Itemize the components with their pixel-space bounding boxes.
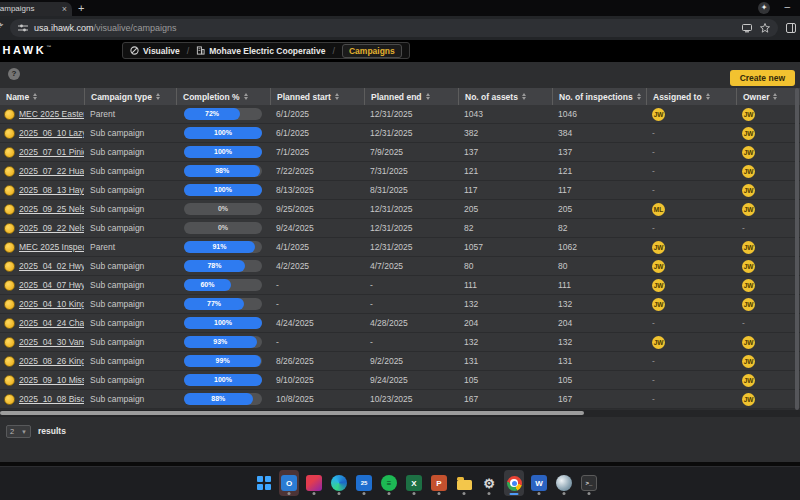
breadcrumb-item-organization[interactable]: Mohave Electric Cooperative	[196, 46, 325, 56]
side-panel-icon[interactable]	[786, 23, 796, 33]
column-header-no-of-inspections[interactable]: No. of inspections	[552, 88, 646, 105]
sort-icon[interactable]	[33, 93, 37, 100]
column-header-assigned-to[interactable]: Assigned to	[646, 88, 736, 105]
chrome-icon[interactable]	[504, 470, 524, 496]
table-row[interactable]: MEC 2025 Eastern Se...Parent72%6/1/20251…	[0, 105, 800, 124]
table-row[interactable]: 2025_04_02 Hwy 95Sub campaign78%4/2/2025…	[0, 257, 800, 276]
campaign-name-link[interactable]: 2025_06_10 Lazy Y U	[19, 124, 84, 142]
campaign-name-link[interactable]: 2025_04_07 Hwy 95, ...	[19, 276, 84, 294]
help-icon[interactable]: ?	[8, 68, 20, 80]
new-tab-button[interactable]: +	[78, 1, 84, 16]
user-avatar-badge[interactable]: JW	[652, 241, 665, 254]
table-row[interactable]: 2025_04_24 Chaparr...Sub campaign100%4/2…	[0, 314, 800, 333]
table-row[interactable]: 2025_09_10 Mission ...Sub campaign100%9/…	[0, 371, 800, 390]
table-row[interactable]: 2025_10_08 Bison Av...Sub campaign88%10/…	[0, 390, 800, 409]
user-avatar-badge[interactable]: JW	[742, 127, 755, 140]
user-avatar-badge[interactable]: JW	[742, 165, 755, 178]
url-text[interactable]: usa.ihawk.com/visualive/campaigns	[34, 19, 177, 37]
app-25-icon[interactable]: 25	[354, 470, 374, 496]
table-row[interactable]: 2025_07_01 Pinion Pi...Sub campaign100%7…	[0, 143, 800, 162]
sort-icon[interactable]	[426, 93, 430, 100]
column-header-campaign-type[interactable]: Campaign type	[84, 88, 176, 105]
reload-icon[interactable]: ⟳	[0, 20, 3, 31]
tab-close-icon[interactable]: ×	[62, 2, 67, 16]
horizontal-scrollbar-thumb[interactable]	[0, 411, 584, 415]
table-row[interactable]: 2025_09_25 Nelson T...Sub campaign0%9/25…	[0, 200, 800, 219]
campaign-name-link[interactable]: 2025_09_10 Mission ...	[19, 371, 84, 389]
powerpoint-icon[interactable]: P	[429, 470, 449, 496]
outlook-icon[interactable]: O	[279, 470, 299, 496]
campaign-name-link[interactable]: 2025_09_25 Nelson T...	[19, 200, 84, 218]
start-icon[interactable]	[254, 470, 274, 496]
vertical-scrollbar[interactable]	[795, 88, 799, 410]
table-row[interactable]: MEC 2025 InspectionsParent91%4/1/202512/…	[0, 238, 800, 257]
site-settings-icon[interactable]	[18, 23, 28, 33]
campaign-name-link[interactable]: 2025_04_30 Vandersl...	[19, 333, 84, 351]
excel-icon[interactable]: X	[404, 470, 424, 496]
user-avatar-badge[interactable]: JW	[652, 108, 665, 121]
sort-icon[interactable]	[637, 93, 641, 100]
column-header-planned-start[interactable]: Planned start	[270, 88, 364, 105]
user-avatar-badge[interactable]: JW	[742, 298, 755, 311]
campaign-name-link[interactable]: 2025_04_24 Chaparr...	[19, 314, 84, 332]
campaign-name-link[interactable]: 2025_08_26 King St a...	[19, 352, 84, 370]
user-avatar-badge[interactable]: JW	[742, 146, 755, 159]
table-row[interactable]: 2025_06_10 Lazy Y USub campaign100%6/1/2…	[0, 124, 800, 143]
user-avatar-badge[interactable]: JW	[742, 336, 755, 349]
user-avatar-badge[interactable]: ML	[652, 203, 665, 216]
horizontal-scrollbar-track[interactable]	[0, 410, 800, 417]
create-new-button[interactable]: Create new	[730, 70, 795, 86]
table-row[interactable]: 2025_04_07 Hwy 95, ...Sub campaign60%--1…	[0, 276, 800, 295]
user-avatar-badge[interactable]: JW	[742, 108, 755, 121]
user-avatar-badge[interactable]: JW	[742, 374, 755, 387]
column-header-completion-[interactable]: Completion %	[176, 88, 270, 105]
column-header-name[interactable]: Name	[0, 88, 84, 105]
table-row[interactable]: 2025_08_26 King St a...Sub campaign99%8/…	[0, 352, 800, 371]
terminal-icon[interactable]: >_	[579, 470, 599, 496]
sort-icon[interactable]	[156, 93, 160, 100]
office365-icon[interactable]	[304, 470, 324, 496]
campaign-name-link[interactable]: 2025_07_22 Hualapai...	[19, 162, 84, 180]
google-earth-icon[interactable]	[554, 470, 574, 496]
campaign-name-link[interactable]: 2025_07_01 Pinion Pi...	[19, 143, 84, 161]
table-row[interactable]: 2025_04_30 Vandersl...Sub campaign93%--1…	[0, 333, 800, 352]
page-size-select[interactable]: 2 ▼	[6, 425, 31, 438]
install-app-icon[interactable]	[742, 23, 752, 33]
user-avatar-badge[interactable]: JW	[652, 336, 665, 349]
user-avatar-badge[interactable]: JW	[742, 241, 755, 254]
spotify-icon[interactable]: ≡	[379, 470, 399, 496]
breadcrumb-item-visualive[interactable]: Visualive	[130, 46, 180, 56]
sort-icon[interactable]	[522, 93, 526, 100]
user-avatar-badge[interactable]: JW	[742, 184, 755, 197]
campaign-name-link[interactable]: MEC 2025 Inspections	[19, 238, 84, 256]
user-avatar-badge[interactable]: JW	[742, 203, 755, 216]
user-avatar-badge[interactable]: JW	[742, 355, 755, 368]
campaign-name-link[interactable]: 2025_04_02 Hwy 95	[19, 257, 84, 275]
column-header-planned-end[interactable]: Planned end	[364, 88, 458, 105]
user-avatar-badge[interactable]: JW	[652, 260, 665, 273]
campaign-name-link[interactable]: MEC 2025 Eastern Se...	[19, 105, 84, 123]
user-avatar-badge[interactable]: JW	[652, 279, 665, 292]
omnibox[interactable]: usa.ihawk.com/visualive/campaigns	[10, 19, 778, 37]
user-avatar-badge[interactable]: JW	[742, 260, 755, 273]
table-row[interactable]: 2025_04_10 King Str...Sub campaign77%--1…	[0, 295, 800, 314]
user-avatar-badge[interactable]: JW	[742, 279, 755, 292]
campaign-name-link[interactable]: 2025_04_10 King Str...	[19, 295, 84, 313]
table-row[interactable]: 2025_08_13 Hayden ...Sub campaign100%8/1…	[0, 181, 800, 200]
table-row[interactable]: 2025_09_22 Nelson t...Sub campaign0%9/24…	[0, 219, 800, 238]
column-header-no-of-assets[interactable]: No. of assets	[458, 88, 552, 105]
table-row[interactable]: 2025_07_22 Hualapai...Sub campaign98%7/2…	[0, 162, 800, 181]
sort-icon[interactable]	[773, 93, 777, 100]
browser-sparkle-icon[interactable]: ✦	[758, 2, 770, 14]
word-icon[interactable]: W	[529, 470, 549, 496]
sort-icon[interactable]	[706, 93, 710, 100]
campaign-name-link[interactable]: 2025_10_08 Bison Av...	[19, 390, 84, 408]
breadcrumb-item-campaigns[interactable]: Campaigns	[342, 44, 402, 58]
window-minimize-button[interactable]: –	[784, 0, 790, 14]
edge-icon[interactable]	[329, 470, 349, 496]
sort-icon[interactable]	[335, 93, 339, 100]
user-avatar-badge[interactable]: JW	[742, 393, 755, 406]
campaign-name-link[interactable]: 2025_08_13 Hayden ...	[19, 181, 84, 199]
bookmark-star-icon[interactable]	[760, 23, 770, 33]
gear-icon[interactable]: ⚙	[479, 470, 499, 496]
